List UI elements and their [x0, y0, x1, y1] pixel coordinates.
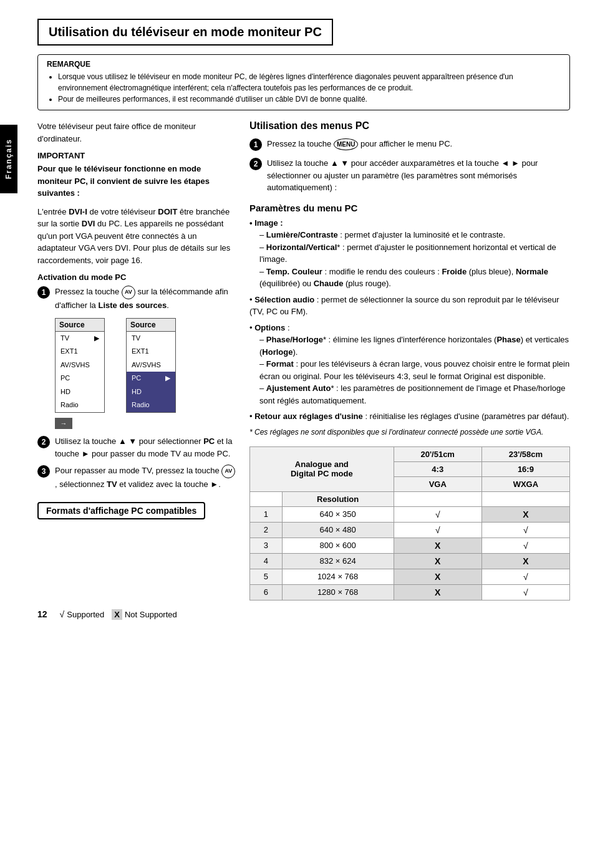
right-step-1: 1 Pressez la touche MENU pour afficher l…: [249, 138, 570, 151]
menu-item-avsvhs-right: AV/SVHS: [127, 359, 175, 372]
step-1-num: 1: [37, 286, 50, 299]
table-row-2: 2 640 × 480 √ √: [250, 522, 570, 538]
important-label: IMPORTANT: [37, 151, 237, 160]
param-phase: Phase/Horloge* : élimine les lignes d'in…: [259, 334, 570, 358]
remarque-item-1: Lorsque vous utilisez le téléviseur en m…: [58, 71, 561, 94]
important-text: Pour que le téléviseur fonctionne en mod…: [37, 163, 237, 200]
row-1-num: 1: [250, 506, 283, 522]
step-1: 1 Pressez la touche AV sur la télécomman…: [37, 286, 237, 312]
table-row-1: 1 640 × 350 √ X: [250, 506, 570, 522]
resolution-vga-col: [394, 491, 481, 506]
not-supported-x: X: [112, 609, 122, 620]
col-header-23: 23'/58cm: [481, 446, 569, 461]
table-row-6: 6 1280 × 768 X √: [250, 584, 570, 600]
row-5-res: 1024 × 768: [282, 569, 394, 584]
table-header-mode: Analogue and Digital PC mode: [250, 446, 394, 491]
row-2-wxga: √: [481, 522, 569, 538]
row-2-res: 640 × 480: [282, 522, 394, 538]
footer-legend: √ Supported X Not Supported: [60, 609, 177, 620]
params-list: • Image : Lumière/Contraste : permet d'a…: [249, 217, 570, 423]
right-step-2-num: 2: [249, 158, 262, 170]
row-4-num: 4: [250, 553, 283, 569]
table-row-3: 3 800 × 600 X √: [250, 538, 570, 553]
col-header-20: 20'/51cm: [394, 446, 481, 461]
row-6-res: 1280 × 768: [282, 584, 394, 600]
right-step-1-num: 1: [249, 138, 262, 151]
param-format: Format : pour les téléviseurs à écran la…: [259, 358, 570, 382]
sub-header-43: 4:3: [394, 461, 481, 476]
param-retour: • Retour aux réglages d'usine : réinitia…: [249, 410, 570, 423]
step-3-text: Pour repasser au mode TV, pressez la tou…: [55, 465, 237, 491]
formats-box: Formats d'affichage PC compatibles: [37, 502, 205, 519]
sub-header-169: 16:9: [481, 461, 569, 476]
row-3-res: 800 × 600: [282, 538, 394, 553]
source-menu-right: Source TV EXT1 AV/SVHS PC ▶ HD Radio: [126, 318, 176, 413]
remarque-item-2: Pour de meilleures performances, il est …: [58, 94, 561, 105]
row-3-num: 3: [250, 538, 283, 553]
arrow-box: →: [55, 418, 72, 429]
legend-supported: √ Supported: [60, 609, 105, 619]
param-ajustement: Ajustement Auto* : les paramètres de pos…: [259, 382, 570, 407]
not-supported-label: Not Supported: [125, 610, 177, 619]
param-image-sub: Lumière/Contraste : permet d'ajuster la …: [249, 229, 570, 290]
supported-label: Supported: [67, 610, 104, 619]
row-4-vga: X: [394, 553, 481, 569]
param-horizontal: Horizontal/Vertical* : permet d'ajuster …: [259, 241, 570, 266]
row-6-num: 6: [250, 584, 283, 600]
menu-item-hd-left: HD: [56, 385, 104, 399]
step-2: 2 Utilisez la touche ▲ ▼ pour sélectionn…: [37, 435, 237, 460]
menu-item-ext1-left: EXT1: [56, 345, 104, 359]
sub-header-wxga: WXGA: [481, 476, 569, 491]
row-6-wxga: √: [481, 584, 569, 600]
menu-item-hd-right: HD: [127, 385, 175, 399]
row-5-wxga: √: [481, 569, 569, 584]
sidebar-tab: Français: [0, 125, 17, 193]
table-resolution-header-row: Resolution: [250, 491, 570, 506]
row-4-wxga: X: [481, 553, 569, 569]
row-3-vga: X: [394, 538, 481, 553]
row-1-wxga: X: [481, 506, 569, 522]
row-4-res: 832 × 624: [282, 553, 394, 569]
av-button-step3: AV: [221, 465, 235, 478]
arrow-icon: →: [60, 420, 67, 427]
page: Français Utilisation du téléviseur en mo…: [0, 0, 595, 868]
pc-compat-table-section: Analogue and Digital PC mode 20'/51cm 23…: [249, 446, 570, 600]
row-5-num: 5: [250, 569, 283, 584]
row-2-vga: √: [394, 522, 481, 538]
footer: 12 √ Supported X Not Supported: [37, 609, 570, 620]
right-step-2: 2 Utilisez la touche ▲ ▼ pour accéder au…: [249, 157, 570, 194]
right-step-2-text: Utilisez la touche ▲ ▼ pour accéder auxp…: [267, 157, 570, 194]
param-lumiere: Lumière/Contraste : permet d'ajuster la …: [259, 229, 570, 241]
row-6-vga: X: [394, 584, 481, 600]
activation-heading: Activation du mode PC: [37, 272, 237, 282]
resolution-header: Resolution: [282, 491, 394, 506]
left-column: Votre téléviseur peut faire office de mo…: [37, 120, 237, 600]
menu-icon: MENU: [334, 138, 358, 150]
two-col-layout: Votre téléviseur peut faire office de mo…: [37, 120, 570, 600]
av-button-icon: AV: [122, 286, 135, 299]
source-menu-left-header: Source: [56, 319, 104, 332]
remarque-list: Lorsque vous utilisez le téléviseur en m…: [47, 71, 561, 105]
param-temp: Temp. Couleur : modifie le rendu des cou…: [259, 266, 570, 290]
row-1-vga: √: [394, 506, 481, 522]
param-options-sub: Phase/Horloge* : élimine les lignes d'in…: [249, 334, 570, 407]
right-column: Utilisation des menus PC 1 Pressez la to…: [249, 120, 570, 600]
step-3: 3 Pour repasser au mode TV, pressez la t…: [37, 465, 237, 491]
legend-not-supported: X Not Supported: [112, 609, 177, 620]
param-options: • Options : Phase/Horloge* : élimine les…: [249, 322, 570, 407]
arrow-indicator: →: [55, 418, 237, 429]
sub-header-vga: VGA: [394, 476, 481, 491]
source-menu-right-header: Source: [127, 319, 175, 332]
step-3-num: 3: [37, 465, 50, 478]
remarque-box: REMARQUE Lorsque vous utilisez le télévi…: [37, 54, 570, 110]
mode-label-1: Analogue and: [255, 460, 389, 469]
table-row-5: 5 1024 × 768 X √: [250, 569, 570, 584]
param-selection-audio: • Sélection audio : permet de sélectionn…: [249, 294, 570, 318]
param-image-label: • Image :: [249, 218, 283, 228]
formats-note: * Ces réglages ne sont disponibles que s…: [249, 428, 570, 436]
page-number: 12: [37, 609, 47, 619]
row-3-wxga: √: [481, 538, 569, 553]
right-step-1-text: Pressez la touche MENU pour afficher le …: [267, 138, 452, 150]
body-text: L'entrée DVI-I de votre téléviseur DOIT …: [37, 206, 237, 267]
resolution-wxga-col: [481, 491, 569, 506]
